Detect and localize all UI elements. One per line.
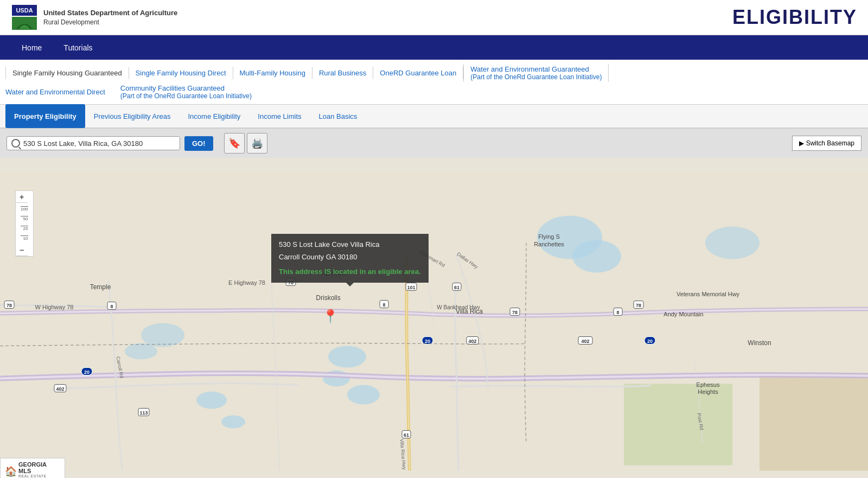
svg-text:Temple: Temple [90,283,111,291]
svg-text:402: 402 [56,386,64,392]
tab-sfhg[interactable]: Single Family Housing Guaranteed [5,67,129,79]
tab-rb[interactable]: Rural Business [312,67,373,79]
svg-text:USDA: USDA [16,7,33,14]
svg-point-10 [141,323,184,347]
subnav-previous-eligibility[interactable]: Previous Eligibility Areas [85,104,180,128]
map-svg: Temple Hart Town Driskolls Flying S Ranc… [0,158,868,478]
svg-point-7 [347,385,380,405]
map-location-pin: 📍 [322,309,339,324]
tab-onerd[interactable]: OneRD Guarantee Loan [373,67,463,79]
svg-text:Winston: Winston [748,339,771,347]
tab-row-2: Water and Environmental Direct Community… [5,82,863,104]
tab-mfh[interactable]: Multi-Family Housing [233,67,312,79]
search-wrapper [7,136,180,150]
switch-basemap-arrow: ▶ [799,139,804,147]
nav-tutorials[interactable]: Tutorials [53,35,103,60]
svg-text:Flying S: Flying S [538,233,560,240]
popup-address: 530 S Lost Lake Cove Villa Rica [279,239,421,251]
svg-rect-16 [760,373,868,471]
tab-wed[interactable]: Water and Environmental Direct [5,86,114,98]
svg-text:20: 20 [84,369,90,375]
subnav-loan-basics[interactable]: Loan Basics [310,104,366,128]
svg-point-5 [328,346,366,368]
logo-area: USDA United States Department of Agricul… [11,4,177,31]
org-line1: United States Department of Agriculture [43,9,177,17]
zoom-scale-50: 50 [21,216,28,221]
svg-text:402: 402 [468,339,476,344]
georgia-mls-logo: 🏠 GEORGIA MLS REAL ESTATE SERVICES [0,458,65,478]
tool-buttons: 🔖 🖨️ [224,133,267,154]
svg-point-8 [196,392,227,409]
switch-basemap-label: Switch Basemap [806,139,854,147]
svg-text:61: 61 [404,432,409,438]
svg-rect-15 [624,384,732,466]
svg-text:78: 78 [636,303,641,308]
subnav-income-limits[interactable]: Income Limits [249,104,310,128]
svg-text:101: 101 [407,285,415,290]
zoom-scale-100: 100 [21,206,28,212]
zoom-in-button[interactable]: + [16,191,28,203]
svg-text:Driskolls: Driskolls [316,294,340,302]
subnav-property-eligibility[interactable]: Property Eligibility [5,104,85,128]
svg-text:20: 20 [425,339,430,344]
svg-text:78: 78 [512,310,518,315]
svg-text:20: 20 [647,339,653,344]
popup-county: Carroll County GA 30180 [279,252,421,263]
svg-text:8: 8 [616,310,619,315]
svg-text:8: 8 [382,302,385,308]
zoom-controls: + 100 50 25 10 − [15,190,34,257]
svg-text:W Bankhead Hwy: W Bankhead Hwy [437,304,480,310]
svg-text:61: 61 [454,285,459,290]
usda-logo-icon: USDA [11,4,38,31]
org-line2: Rural Development [43,18,99,26]
bookmark-tool-button[interactable]: 🔖 [224,133,245,154]
svg-text:78: 78 [7,303,12,308]
search-input[interactable] [23,139,164,148]
svg-text:Ranchettes: Ranchettes [534,241,564,247]
tab-weg-sub: (Part of the OneRd Guarantee Loan Initia… [470,73,602,81]
svg-text:113: 113 [139,410,148,416]
map-container[interactable]: Temple Hart Town Driskolls Flying S Ranc… [0,158,868,478]
svg-text:Veterans Memorial Hwy: Veterans Memorial Hwy [676,291,740,297]
tab-weg[interactable]: Water and Environmental Guaranteed [470,65,602,73]
search-icon [11,139,20,148]
go-button[interactable]: GO! [184,136,213,151]
svg-point-14 [705,227,760,259]
svg-text:8: 8 [110,304,113,309]
georgia-mls-name: GEORGIA MLS [18,461,60,474]
print-tool-button[interactable]: 🖨️ [247,133,267,154]
subnav-income-eligibility[interactable]: Income Eligibility [179,104,249,128]
header: USDA United States Department of Agricul… [0,0,868,35]
nav-bar: Home Tutorials [0,35,868,60]
svg-text:E Highway 78: E Highway 78 [228,279,265,286]
map-popup: 530 S Lost Lake Cove Villa Rica Carroll … [271,234,429,283]
tab-row-1: Single Family Housing Guaranteed Single … [5,60,863,82]
svg-text:Heights: Heights [698,388,718,395]
svg-text:402: 402 [581,339,589,344]
zoom-out-button[interactable]: − [16,244,28,256]
svg-text:Ephesus: Ephesus [697,381,720,388]
zoom-scale-10: 10 [21,235,28,241]
georgia-mls-icon: 🏠 [5,466,17,477]
nav-home[interactable]: Home [11,35,53,60]
georgia-mls-sub: REAL ESTATE SERVICES [18,474,60,478]
tab-sfhd[interactable]: Single Family Housing Direct [129,67,233,79]
svg-point-9 [221,416,245,429]
svg-text:W Highway 78: W Highway 78 [35,304,74,310]
tab-cfg-sub: (Part of the OneRd Guarantee Loan Initia… [120,92,252,100]
tab-bar: Single Family Housing Guaranteed Single … [0,60,868,105]
svg-point-11 [125,343,157,360]
popup-eligible-text: This address IS located in an eligible a… [279,266,421,278]
page-title: ELIGIBILITY [732,6,857,29]
zoom-scale-25: 25 [21,226,28,231]
sub-nav: Property Eligibility Previous Eligibilit… [0,105,868,129]
switch-basemap-button[interactable]: ▶ Switch Basemap [792,136,861,151]
tab-cfg[interactable]: Community Facilities Guaranteed [120,84,252,92]
svg-point-13 [572,240,621,273]
search-bar: GO! 🔖 🖨️ ▶ Switch Basemap [0,129,868,158]
logo-text: United States Department of Agriculture … [43,8,177,27]
svg-text:Andy Mountain: Andy Mountain [663,311,703,317]
